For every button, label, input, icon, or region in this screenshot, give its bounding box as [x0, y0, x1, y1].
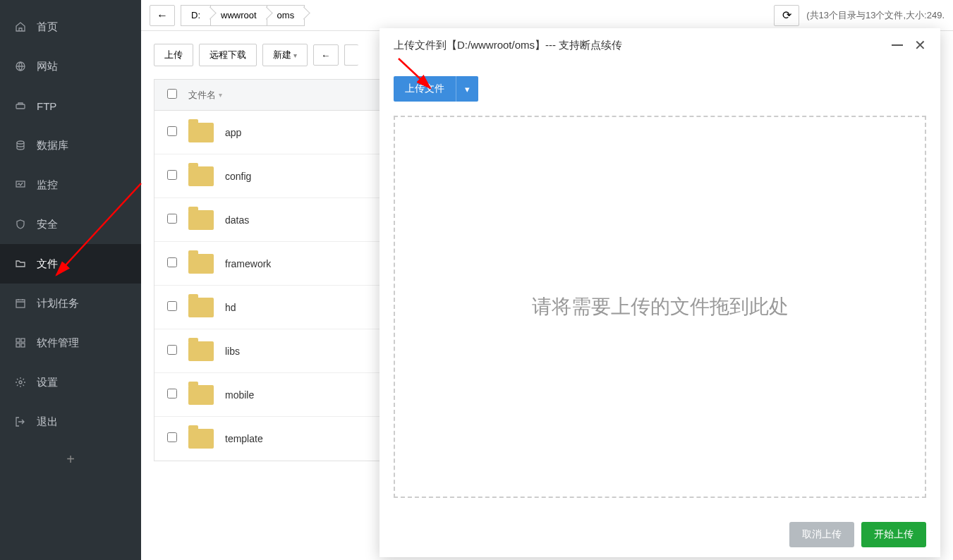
refresh-icon: ⟳	[782, 8, 791, 22]
ftp-icon	[14, 99, 27, 112]
file-name: datas	[225, 214, 249, 226]
upload-button[interactable]: 上传	[154, 44, 193, 66]
shield-icon	[14, 218, 27, 231]
row-checkbox[interactable]	[167, 126, 177, 136]
row-checkbox[interactable]	[167, 389, 177, 398]
sidebar-label: 文件	[37, 257, 58, 271]
sidebar-item-cron[interactable]: 计划任务	[0, 284, 141, 323]
breadcrumb-root[interactable]: D:	[181, 5, 211, 26]
database-icon	[14, 139, 27, 152]
folder-icon	[188, 210, 214, 230]
sidebar-label: 计划任务	[37, 297, 79, 310]
arrow-left-icon: ←	[157, 9, 168, 22]
svg-rect-7	[16, 343, 20, 347]
sidebar-label: 数据库	[37, 139, 68, 152]
file-name: app	[225, 127, 241, 138]
upload-button-group: 上传文件 ▾	[394, 76, 926, 102]
caret-down-icon: ▾	[465, 84, 470, 95]
new-button[interactable]: 新建	[262, 44, 308, 66]
home-icon	[14, 20, 27, 33]
file-name: config	[225, 171, 251, 182]
row-checkbox[interactable]	[167, 214, 177, 224]
sidebar-label: 首页	[37, 20, 58, 34]
gear-icon	[14, 376, 27, 389]
globe-icon	[14, 60, 27, 73]
svg-rect-8	[21, 343, 25, 347]
cancel-upload-button[interactable]: 取消上传	[789, 522, 854, 547]
folder-icon	[14, 257, 27, 270]
sidebar-item-security[interactable]: 安全	[0, 205, 141, 244]
svg-point-2	[17, 141, 24, 144]
sidebar: 首页 网站 FTP 数据库 监控 安全 文件 计划任务 软件管理 设置 退出 +	[0, 0, 141, 560]
file-dropzone[interactable]: 请将需要上传的文件拖到此处	[394, 116, 926, 498]
sidebar-item-settings[interactable]: 设置	[0, 363, 141, 402]
toolbar-back-button[interactable]: ←	[313, 44, 339, 66]
modal-header: 上传文件到【D:/wwwroot/oms】--- 支持断点续传 ✕	[380, 28, 940, 62]
sidebar-item-home[interactable]: 首页	[0, 7, 141, 47]
upload-dropdown-button[interactable]: ▾	[456, 76, 478, 102]
calendar-icon	[14, 297, 27, 310]
sort-caret-icon: ▾	[219, 91, 222, 99]
select-all-checkbox[interactable]	[167, 89, 177, 99]
svg-rect-6	[21, 339, 25, 342]
close-button[interactable]: ✕	[914, 38, 926, 52]
breadcrumb-bar: ← D: wwwroot oms ⟳ (共13个目录与13个文件,大小:249.	[141, 0, 953, 31]
dropzone-text: 请将需要上传的文件拖到此处	[532, 293, 789, 320]
breadcrumb-back-button[interactable]: ←	[150, 5, 175, 26]
row-checkbox[interactable]	[167, 257, 177, 267]
row-checkbox[interactable]	[167, 432, 177, 442]
arrow-left-icon: ←	[321, 50, 330, 61]
apps-icon	[14, 336, 27, 349]
sidebar-item-software[interactable]: 软件管理	[0, 323, 141, 363]
refresh-button[interactable]: ⟳	[774, 5, 799, 26]
monitor-icon	[14, 178, 27, 191]
sidebar-item-logout[interactable]: 退出	[0, 402, 141, 442]
choose-file-button[interactable]: 上传文件	[394, 76, 456, 102]
remote-download-button[interactable]: 远程下载	[199, 44, 257, 66]
svg-rect-4	[16, 300, 25, 308]
folder-icon	[188, 254, 214, 274]
svg-rect-5	[16, 339, 20, 342]
folder-icon	[188, 298, 214, 317]
breadcrumb-part[interactable]: wwwroot	[210, 5, 267, 26]
row-checkbox[interactable]	[167, 301, 177, 311]
toolbar-next-button[interactable]	[344, 44, 358, 66]
start-upload-button[interactable]: 开始上传	[861, 522, 926, 547]
sidebar-label: 退出	[37, 415, 58, 429]
sidebar-item-ftp[interactable]: FTP	[0, 86, 141, 126]
file-name: template	[225, 433, 263, 444]
row-checkbox[interactable]	[167, 170, 177, 180]
upload-modal: 上传文件到【D:/wwwroot/oms】--- 支持断点续传 ✕ 上传文件 ▾…	[380, 28, 940, 557]
folder-icon	[188, 385, 214, 405]
file-name: libs	[225, 346, 240, 357]
sidebar-label: FTP	[37, 100, 56, 112]
sidebar-add-button[interactable]: +	[0, 442, 141, 477]
row-checkbox[interactable]	[167, 345, 177, 355]
modal-title: 上传文件到【D:/wwwroot/oms】--- 支持断点续传	[394, 39, 622, 52]
minimize-button[interactable]	[892, 44, 903, 46]
sidebar-item-files[interactable]: 文件	[0, 244, 141, 284]
breadcrumb-part[interactable]: oms	[267, 5, 305, 26]
plus-icon: +	[66, 451, 75, 468]
folder-icon	[188, 429, 214, 449]
sidebar-label: 安全	[37, 218, 58, 231]
sidebar-label: 网站	[37, 60, 58, 73]
file-name: hd	[225, 302, 236, 313]
exit-icon	[14, 415, 27, 428]
sidebar-label: 设置	[37, 376, 58, 389]
modal-footer: 取消上传 开始上传	[380, 512, 940, 557]
sidebar-item-database[interactable]: 数据库	[0, 126, 141, 165]
sidebar-label: 软件管理	[37, 336, 79, 350]
folder-icon	[188, 341, 214, 361]
folder-icon	[188, 166, 214, 186]
sidebar-item-monitor[interactable]: 监控	[0, 165, 141, 205]
svg-rect-1	[16, 104, 25, 109]
folder-icon	[188, 123, 214, 142]
file-name: framework	[225, 258, 271, 269]
file-name: mobile	[225, 389, 254, 401]
dir-info-text: (共13个目录与13个文件,大小:249.	[806, 9, 945, 22]
svg-point-9	[19, 381, 22, 384]
sidebar-item-site[interactable]: 网站	[0, 47, 141, 86]
sidebar-label: 监控	[37, 178, 58, 192]
